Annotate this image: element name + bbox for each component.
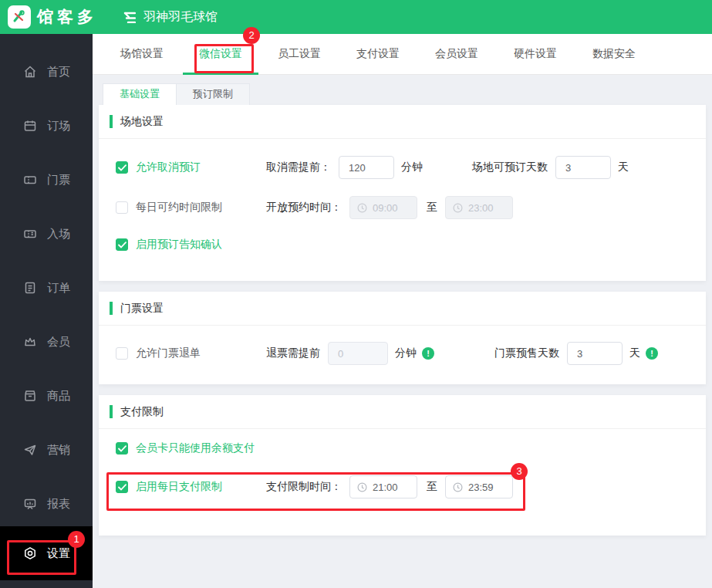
section-title: 门票设置 <box>120 302 164 316</box>
report-icon <box>23 497 37 511</box>
pay-limit-end-value: 23:59 <box>468 482 494 493</box>
sidebar-item-label: 会员 <box>47 335 70 350</box>
tab-member-settings[interactable]: 会员设置 <box>435 34 478 75</box>
sidebar-item-goods[interactable]: 商品 <box>0 369 93 423</box>
back-arrow-icon[interactable] <box>117 11 136 23</box>
subtab-booking-restrictions[interactable]: 预订限制 <box>177 83 250 105</box>
refund-advance-label: 退票需提前 <box>266 346 320 360</box>
bookable-days-unit: 天 <box>618 161 629 174</box>
presale-days-label: 门票预售天数 <box>494 346 559 360</box>
open-time-start-value: 09:00 <box>373 202 398 214</box>
clock-icon <box>453 203 463 213</box>
sidebar-item-home[interactable]: 首页 <box>0 45 93 99</box>
cancel-advance-input[interactable] <box>339 156 394 179</box>
gear-icon <box>23 546 37 560</box>
home-icon <box>23 65 37 79</box>
tab-wechat-settings[interactable]: 微信设置 <box>199 34 242 75</box>
section-header-ticket: 门票设置 <box>99 292 706 326</box>
cancel-advance-label: 取消需提前： <box>266 161 331 174</box>
order-icon <box>23 281 37 295</box>
settings-tab-bar: 场馆设置 微信设置 员工设置 支付设置 会员设置 硬件设置 数据安全 <box>93 34 712 75</box>
clock-icon <box>357 482 367 492</box>
sidebar-item-label: 入场 <box>47 227 70 242</box>
pay-limit-end-input[interactable]: 23:59 <box>445 475 513 498</box>
balance-only-label: 会员卡只能使用余额支付 <box>136 441 255 455</box>
allow-cancel-label: 允许取消预订 <box>136 161 201 174</box>
section-accent-bar <box>110 115 113 128</box>
tab-payment-settings[interactable]: 支付设置 <box>356 34 400 75</box>
sidebar-item-marketing[interactable]: 营销 <box>0 423 93 477</box>
booking-icon <box>23 119 37 133</box>
pay-limit-time-label: 支付限制时间： <box>266 480 342 494</box>
presale-info-icon[interactable]: ! <box>646 347 658 360</box>
refund-advance-unit: 分钟 <box>395 346 417 360</box>
sidebar-item-label: 首页 <box>47 65 70 79</box>
app-window: 馆客多 羽神羽毛球馆 首页 <box>0 0 712 588</box>
venue-settings-card: 场地设置 允许取消预订 取消需提前： 分钟 场地可预订天数 天 <box>99 105 706 281</box>
annotation-badge-3: 3 <box>511 463 528 480</box>
section-header-payment: 支付限制 <box>99 395 706 429</box>
refund-info-icon[interactable]: ! <box>422 347 434 360</box>
open-time-end-input: 23:00 <box>445 196 513 219</box>
venue-title: 羽神羽毛球馆 <box>143 9 218 25</box>
annotation-badge-1: 1 <box>68 531 85 548</box>
time-range-to: 至 <box>427 201 437 215</box>
sidebar-item-label: 报表 <box>47 497 70 512</box>
booking-notice-checkbox[interactable] <box>116 238 128 251</box>
bookable-days-input[interactable] <box>555 156 611 179</box>
marketing-icon <box>23 443 37 457</box>
allow-ticket-refund-checkbox[interactable] <box>116 347 128 360</box>
sidebar-item-entry[interactable]: 入场 <box>0 207 93 261</box>
pay-limit-start-input[interactable]: 21:00 <box>349 475 417 498</box>
sidebar-item-member[interactable]: 会员 <box>0 315 93 369</box>
section-title: 支付限制 <box>120 405 164 419</box>
payment-restrictions-card: 支付限制 会员卡只能使用余额支付 启用每日支付限制 <box>99 395 706 536</box>
sidebar: 首页 订场 门票 入场 <box>0 34 93 588</box>
row-booking-notice: 启用预订告知确认 <box>99 238 706 252</box>
tab-venue-settings[interactable]: 场馆设置 <box>120 34 164 75</box>
content-area: 基础设置 预订限制 场地设置 允许取消预订 取消需提前： 分钟 <box>93 75 712 588</box>
presale-days-unit: 天 <box>629 346 640 360</box>
ticket-settings-card: 门票设置 允许门票退单 退票需提前 分钟 ! 门票预售天数 天 ! <box>99 292 706 384</box>
row-daily-time-limit: 每日可约时间限制 开放预约时间： 09:00 至 <box>99 196 706 219</box>
daily-time-limit-checkbox[interactable] <box>116 201 128 214</box>
section-accent-bar <box>110 405 113 418</box>
brand-logo: 馆客多 <box>0 5 97 29</box>
section-header-venue: 场地设置 <box>99 105 706 139</box>
sidebar-item-label: 商品 <box>47 389 70 404</box>
open-time-start-input: 09:00 <box>349 196 417 219</box>
tab-data-security[interactable]: 数据安全 <box>592 34 636 75</box>
section-title: 场地设置 <box>120 115 164 129</box>
clock-icon <box>453 482 463 492</box>
annotation-badge-2: 2 <box>243 27 260 44</box>
sidebar-item-ticket[interactable]: 门票 <box>0 153 93 207</box>
balance-only-checkbox[interactable] <box>116 442 128 455</box>
goods-icon <box>23 389 37 403</box>
daily-pay-limit-checkbox[interactable] <box>116 481 128 493</box>
refund-advance-input <box>328 342 388 365</box>
tab-hardware-settings[interactable]: 硬件设置 <box>514 34 557 75</box>
pay-limit-start-value: 21:00 <box>373 482 398 493</box>
row-allow-ticket-refund: 允许门票退单 退票需提前 分钟 ! 门票预售天数 天 ! <box>99 342 706 365</box>
sidebar-item-label: 订场 <box>47 119 70 133</box>
allow-cancel-checkbox[interactable] <box>116 161 128 174</box>
brand-name: 馆客多 <box>37 6 97 28</box>
time-range-to: 至 <box>427 480 437 494</box>
sidebar-item-order[interactable]: 订单 <box>0 261 93 315</box>
open-booking-time-label: 开放预约时间： <box>266 201 342 215</box>
presale-days-input[interactable] <box>567 342 623 365</box>
sidebar-item-label: 营销 <box>47 443 70 458</box>
row-allow-cancel: 允许取消预订 取消需提前： 分钟 场地可预订天数 天 <box>99 156 706 179</box>
sidebar-item-label: 订单 <box>47 281 70 296</box>
tab-staff-settings[interactable]: 员工设置 <box>278 34 321 75</box>
brand-logo-icon <box>8 5 31 29</box>
clock-icon <box>357 203 367 213</box>
section-accent-bar <box>110 302 113 315</box>
row-daily-pay-limit: 启用每日支付限制 支付限制时间： 21:00 至 <box>99 475 706 498</box>
sidebar-item-report[interactable]: 报表 <box>0 477 93 531</box>
sidebar-item-booking[interactable]: 订场 <box>0 99 93 153</box>
subtab-basic-settings[interactable]: 基础设置 <box>103 83 177 105</box>
sidebar-item-label: 设置 <box>47 546 70 561</box>
top-bar: 馆客多 羽神羽毛球馆 <box>0 0 712 34</box>
booking-notice-label: 启用预订告知确认 <box>136 238 222 252</box>
